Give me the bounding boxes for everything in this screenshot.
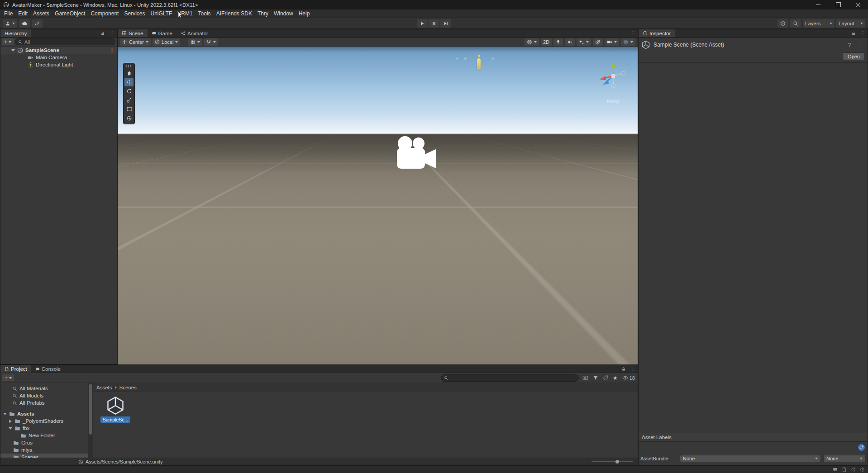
step-button[interactable] [440, 19, 451, 28]
tab-animator[interactable]: Animator [176, 29, 212, 37]
package-visibility-toggle[interactable]: 18 [621, 375, 636, 381]
hierarchy-search-input[interactable] [15, 38, 115, 45]
hierarchy-item-samplescene[interactable]: SampleScene ⋮ [0, 47, 117, 54]
gizmos-dropdown[interactable] [621, 38, 635, 46]
assetbundle-variant-dropdown[interactable]: None [823, 455, 866, 462]
status-message-icon[interactable] [833, 467, 838, 472]
account-dropdown[interactable] [3, 19, 17, 28]
lock-icon[interactable] [619, 365, 628, 373]
grid-snapping-dropdown[interactable] [188, 38, 202, 46]
panel-menu-icon[interactable]: ⋮ [628, 29, 638, 37]
menu-services[interactable]: Services [121, 9, 148, 18]
close-button[interactable] [848, 0, 868, 9]
tab-hierarchy[interactable]: Hierarchy [0, 29, 31, 37]
scrollbar-thumb[interactable] [89, 384, 92, 435]
menu-aifriends-sdk[interactable]: AIFriends SDK [214, 9, 255, 18]
asset-samplescene[interactable]: SampleSc... [99, 396, 132, 423]
lock-icon[interactable] [849, 29, 858, 37]
favorite-all-models[interactable]: All Models [0, 392, 88, 399]
projection-label[interactable]: Persp [591, 99, 636, 104]
project-search-field[interactable] [450, 375, 576, 381]
folder-fbx[interactable]: fbx [0, 425, 88, 432]
breadcrumb-scenes[interactable]: Scenes [119, 385, 137, 390]
menu-component[interactable]: Component [88, 9, 121, 18]
create-asset-button[interactable]: + [2, 374, 14, 381]
caret-expanded-icon[interactable] [9, 427, 12, 430]
assetbundle-dropdown[interactable]: None [680, 455, 821, 462]
tab-scene[interactable]: Scene [118, 29, 148, 37]
move-tool-button[interactable] [124, 78, 134, 86]
open-button[interactable]: Open [843, 52, 865, 60]
status-log-icon[interactable] [842, 467, 847, 472]
label-picker-button[interactable] [858, 444, 865, 451]
maximize-button[interactable] [828, 0, 848, 9]
folder-miya[interactable]: miya [0, 446, 88, 454]
hierarchy-item-main-camera[interactable]: Main Camera [0, 54, 117, 61]
tab-project[interactable]: Project [0, 365, 31, 373]
global-search-button[interactable] [790, 19, 801, 28]
scene-options-icon[interactable]: ⋮ [107, 47, 117, 53]
menu-gameobject[interactable]: GameObject [52, 9, 88, 18]
pause-button[interactable] [429, 19, 439, 28]
scale-tool-button[interactable] [124, 96, 134, 104]
folder-poiyomishaders[interactable]: _PoiyomiShaders [0, 417, 88, 425]
hierarchy-search-field[interactable] [24, 39, 112, 45]
menu-thry[interactable]: Thry [255, 9, 271, 18]
caret-expanded-icon[interactable] [11, 49, 15, 52]
favorite-all-prefabs[interactable]: All Prefabs [0, 399, 88, 407]
shading-mode-dropdown[interactable] [525, 38, 539, 46]
panel-menu-icon[interactable]: ⋮ [858, 29, 868, 37]
help-icon[interactable]: ? [847, 42, 852, 47]
rotate-tool-button[interactable] [124, 87, 134, 95]
assets-grid[interactable]: SampleSc... [93, 392, 638, 458]
transform-tool-button[interactable] [124, 114, 134, 123]
asset-labels-header[interactable]: Asset Labels [639, 433, 868, 442]
version-control-button[interactable] [32, 19, 43, 28]
caret-expanded-icon[interactable] [3, 413, 7, 415]
panel-menu-icon[interactable]: ⋮ [628, 365, 638, 373]
slider-thumb[interactable] [615, 460, 619, 464]
favorite-all-materials[interactable]: All Materials [0, 385, 88, 392]
filter-by-type-icon[interactable] [592, 375, 599, 381]
hidden-objects-toggle[interactable] [593, 38, 603, 46]
2d-toggle[interactable]: 2D [541, 38, 552, 46]
open-in-search-icon[interactable] [582, 375, 589, 381]
menu-unigltf[interactable]: UniGLTF [148, 9, 175, 18]
menu-assets[interactable]: Assets [30, 9, 52, 18]
tab-game[interactable]: Game [148, 29, 176, 37]
tab-inspector[interactable]: Inspector [639, 29, 675, 37]
breadcrumb-assets[interactable]: Assets [96, 385, 112, 390]
snap-increment-dropdown[interactable] [204, 38, 218, 46]
project-search-input[interactable] [441, 374, 579, 382]
orientation-gizmo[interactable]: Persp [591, 56, 636, 104]
folder-grus[interactable]: Grus [0, 439, 88, 446]
filter-by-label-icon[interactable] [602, 375, 609, 381]
layers-dropdown[interactable]: Layers [803, 19, 835, 28]
view-tool-button[interactable] [124, 69, 134, 77]
lock-icon[interactable] [98, 29, 107, 37]
menu-edit[interactable]: Edit [15, 9, 30, 18]
status-progress-icon[interactable] [860, 467, 865, 472]
status-refresh-icon[interactable] [851, 467, 856, 472]
camera-gizmo[interactable] [386, 135, 440, 176]
tool-handle-rotation-dropdown[interactable]: Local [153, 38, 180, 46]
directional-light-gizmo[interactable] [453, 55, 507, 76]
rect-tool-button[interactable] [124, 105, 134, 114]
folder-new-folder[interactable]: New Folder [0, 432, 88, 439]
header-menu-icon[interactable]: ⋮ [855, 42, 865, 48]
tab-console[interactable]: Console [31, 365, 65, 373]
menu-file[interactable]: File [1, 9, 15, 18]
cloud-services-button[interactable] [19, 19, 30, 28]
audio-toggle[interactable] [565, 38, 575, 46]
camera-settings-dropdown[interactable] [605, 38, 619, 46]
panel-menu-icon[interactable]: ⋮ [107, 29, 117, 37]
favorites-toggle-icon[interactable]: ★ [612, 375, 619, 381]
minimize-button[interactable] [808, 0, 828, 9]
layout-dropdown[interactable]: Layout [836, 19, 865, 28]
lighting-toggle[interactable] [553, 38, 563, 46]
tree-scrollbar[interactable] [88, 383, 93, 458]
folder-scenes[interactable]: Scenes [0, 454, 88, 458]
add-gameobject-button[interactable]: + [2, 38, 14, 45]
play-button[interactable] [417, 19, 428, 28]
folder-assets[interactable]: Assets [0, 410, 88, 417]
